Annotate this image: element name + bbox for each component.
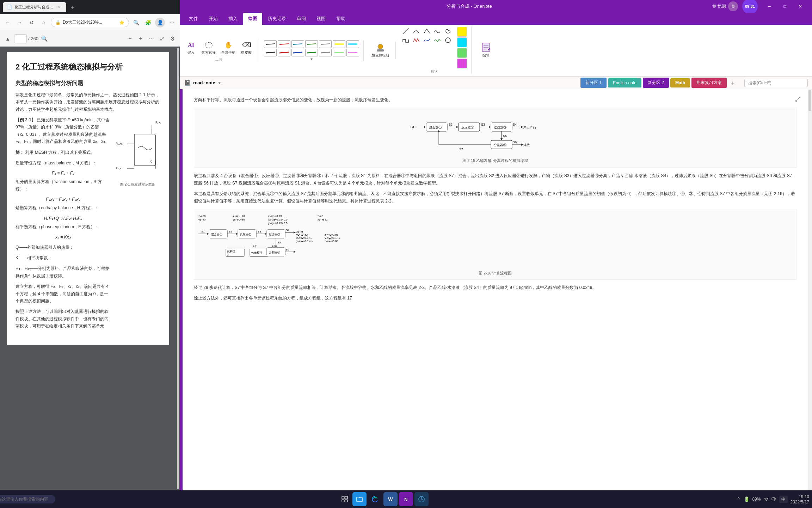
tab-file[interactable]: 文件: [184, 13, 203, 25]
pdf-search-btn[interactable]: 🔍: [40, 34, 49, 43]
section-tab-review[interactable]: 期末复习方案: [691, 78, 727, 88]
search-box[interactable]: [744, 79, 808, 87]
klokki-btn[interactable]: [414, 492, 429, 506]
home-button[interactable]: ⌂: [39, 18, 49, 28]
yellow-swatch[interactable]: [457, 27, 467, 37]
green-swatch[interactable]: [457, 48, 467, 58]
tab-help[interactable]: 帮助: [331, 13, 350, 25]
task-view-btn[interactable]: [338, 493, 351, 506]
right-scrollbar[interactable]: [808, 89, 812, 490]
pen-swatch-green-2[interactable]: [305, 49, 318, 56]
expand-icon[interactable]: [794, 95, 802, 103]
pdf-settings-btn[interactable]: ⚙: [168, 34, 177, 43]
tab-view[interactable]: 视图: [312, 13, 331, 25]
close-btn[interactable]: ✕: [793, 1, 808, 12]
extensions-btn[interactable]: 🧩: [143, 18, 153, 28]
zoom-in-btn[interactable]: ＋: [136, 34, 145, 43]
pen-swatch-cyan-1[interactable]: [346, 40, 359, 48]
pdf-scroll-up[interactable]: ▲: [3, 34, 13, 44]
pen-swatch-purple-hl[interactable]: [346, 49, 359, 56]
expand-btn[interactable]: ⤢: [157, 34, 166, 43]
svg-text:过滤器③: 过滤器③: [494, 126, 506, 129]
pen-swatch-black-2[interactable]: [264, 49, 277, 56]
new-tab-button[interactable]: ＋: [68, 2, 78, 12]
angle-shape[interactable]: [423, 27, 431, 35]
show-hidden-icons[interactable]: ⌃: [737, 496, 741, 502]
scrollbar-thumb[interactable]: [808, 90, 811, 111]
pdf-scroll-area[interactable]: 2 化工过程系统稳态模拟与分析 典型的稳态模拟与分析问题 蒸发是化工过程中最简单…: [0, 47, 176, 490]
user-avatar[interactable]: 👤: [155, 18, 165, 28]
fraction-summation-label: 组分的量衡算方程（fraction summation，S 方程）：: [16, 178, 111, 193]
swirl-shape[interactable]: [444, 27, 452, 35]
pen-swatch-red-1[interactable]: [278, 40, 290, 48]
search-input[interactable]: [744, 79, 808, 87]
zigzag-shape[interactable]: [412, 36, 420, 44]
step-shape[interactable]: [401, 36, 410, 44]
pen-more-btn[interactable]: ▼: [310, 57, 313, 61]
edit-btn[interactable]: 编辑: [477, 42, 495, 59]
pen-swatch-yellow-1[interactable]: [333, 40, 345, 48]
more-options-btn[interactable]: ⋯: [167, 18, 177, 28]
add-section-btn[interactable]: ＋: [728, 78, 737, 87]
edge-btn[interactable]: [368, 492, 382, 506]
restore-btn[interactable]: □: [777, 1, 792, 12]
pen-swatch-gray-2[interactable]: [319, 49, 332, 56]
color-thickness-btn[interactable]: 颜色和粗细: [369, 42, 391, 59]
pen-swatch-green-hl[interactable]: [333, 49, 345, 56]
search-btn[interactable]: 🔍: [131, 18, 141, 28]
curve-shape[interactable]: [412, 27, 420, 35]
wavy-shape[interactable]: [433, 27, 442, 35]
circle-shape[interactable]: [444, 36, 452, 44]
note-content[interactable]: 方向和平行等。流股每通过一个设备会引起流股部分信息的变化，故视为一新的流股，流股…: [183, 89, 808, 490]
back-button[interactable]: ←: [3, 18, 13, 28]
formula-3: H₁F₁+Q=H₂F₂+H₃F₃: [16, 215, 111, 222]
section-tab-2[interactable]: 新分区 2: [643, 78, 669, 88]
pen-swatch-black-1[interactable]: [264, 40, 277, 48]
section-tab-1[interactable]: 新分区 1: [580, 78, 607, 88]
smooth-curve-2[interactable]: [423, 36, 431, 44]
purple-swatch[interactable]: [457, 59, 467, 68]
cyan-swatch[interactable]: [457, 37, 467, 47]
datetime-display[interactable]: 19:10 2022/5/17: [791, 494, 809, 504]
lasso-select-btn[interactable]: 套索选择: [199, 39, 218, 56]
ai-tool-btn[interactable]: AI 键入: [184, 39, 198, 56]
explorer-btn[interactable]: [352, 492, 367, 506]
pen-swatch-gray-1[interactable]: [319, 40, 332, 48]
pen-swatch-teal-1[interactable]: [291, 40, 304, 48]
notebook-selector[interactable]: 📓 read -note ▼: [184, 79, 222, 86]
tab-draw[interactable]: 绘图: [243, 13, 262, 25]
pen-swatch-blue-2[interactable]: [291, 49, 304, 56]
page-number-input[interactable]: [14, 34, 27, 43]
tab-review[interactable]: 审阅: [292, 13, 311, 25]
svg-text:S5: S5: [277, 241, 281, 244]
svg-text:S7: S7: [272, 244, 275, 247]
pdf-scrollbar[interactable]: [177, 48, 179, 489]
search-btn-taskbar[interactable]: [18, 493, 30, 506]
svg-text:S4: S4: [513, 123, 517, 126]
zoom-out-btn[interactable]: −: [125, 34, 135, 43]
svg-text:z₅=x₃×0.05: z₅=x₃×0.05: [325, 240, 338, 243]
svg-marker-96: [275, 246, 277, 248]
eraser-btn[interactable]: ⌫ 橡皮擦: [239, 39, 254, 56]
more-pdf-options[interactable]: ⋯: [147, 34, 156, 43]
minimize-btn[interactable]: ─: [762, 1, 777, 12]
section-tab-english[interactable]: English-note: [608, 78, 641, 87]
ime-indicator[interactable]: 中: [779, 496, 788, 503]
tab-home[interactable]: 开始: [204, 13, 223, 25]
taskbar-search-input[interactable]: [0, 495, 55, 503]
forward-button[interactable]: →: [15, 18, 25, 28]
refresh-button[interactable]: ↺: [27, 18, 37, 28]
onenote-btn[interactable]: N: [399, 492, 413, 506]
address-bar[interactable]: 🔒 D:/大三%20-%20%... ⭐: [51, 18, 129, 27]
close-tab-btn[interactable]: ✕: [56, 4, 62, 10]
wave-shape-2[interactable]: [433, 36, 442, 44]
pdf-tab[interactable]: 📄 化工过程分析与合成.pdf ✕: [3, 2, 66, 12]
section-tab-math[interactable]: Math: [670, 78, 690, 87]
word-btn[interactable]: W: [383, 492, 398, 506]
pan-btn[interactable]: ✋ 全景手柄: [219, 39, 238, 56]
pen-swatch-green-1[interactable]: [305, 40, 318, 48]
tab-insert[interactable]: 插入: [223, 13, 242, 25]
line-shape[interactable]: [401, 27, 410, 35]
tab-history[interactable]: 历史记录: [263, 13, 291, 25]
pen-swatch-red-2[interactable]: [278, 49, 290, 56]
